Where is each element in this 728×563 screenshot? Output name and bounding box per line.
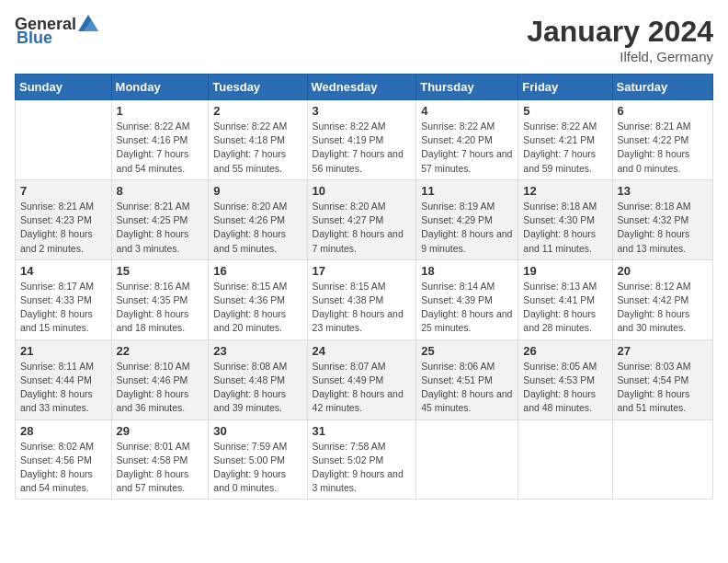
calendar-week-row: 21Sunrise: 8:11 AM Sunset: 4:44 PM Dayli… [16,339,713,419]
month-title: January 2024 [527,15,713,49]
header-day-tuesday: Tuesday [209,75,307,100]
day-number: 30 [213,424,301,438]
calendar-cell: 25Sunrise: 8:06 AM Sunset: 4:51 PM Dayli… [416,339,518,419]
header-day-saturday: Saturday [612,75,712,100]
day-info: Sunrise: 8:02 AM Sunset: 4:56 PM Dayligh… [20,440,107,496]
day-number: 28 [20,424,107,438]
day-info: Sunrise: 8:22 AM Sunset: 4:21 PM Dayligh… [523,120,607,176]
day-number: 31 [313,424,412,438]
calendar-cell: 9Sunrise: 8:20 AM Sunset: 4:26 PM Daylig… [209,179,307,259]
calendar-cell [612,419,712,500]
day-number: 14 [20,264,107,278]
calendar-cell: 11Sunrise: 8:19 AM Sunset: 4:29 PM Dayli… [416,179,518,259]
calendar-cell: 24Sunrise: 8:07 AM Sunset: 4:49 PM Dayli… [307,339,416,419]
calendar-week-row: 1Sunrise: 8:22 AM Sunset: 4:16 PM Daylig… [16,100,713,180]
location-title: Ilfeld, Germany [527,49,713,64]
calendar-cell: 4Sunrise: 8:22 AM Sunset: 4:20 PM Daylig… [416,100,518,180]
day-number: 9 [213,184,301,198]
day-info: Sunrise: 8:16 AM Sunset: 4:35 PM Dayligh… [117,280,204,336]
day-info: Sunrise: 8:14 AM Sunset: 4:39 PM Dayligh… [421,280,513,336]
day-info: Sunrise: 8:12 AM Sunset: 4:42 PM Dayligh… [618,280,708,336]
day-info: Sunrise: 8:21 AM Sunset: 4:22 PM Dayligh… [618,120,708,176]
calendar-cell: 1Sunrise: 8:22 AM Sunset: 4:16 PM Daylig… [111,100,209,180]
day-info: Sunrise: 8:22 AM Sunset: 4:20 PM Dayligh… [421,120,513,176]
logo-icon [78,15,98,31]
day-number: 26 [523,344,607,358]
day-info: Sunrise: 8:01 AM Sunset: 4:58 PM Dayligh… [117,440,204,496]
day-number: 7 [20,184,107,198]
day-number: 3 [313,104,412,118]
calendar-cell: 14Sunrise: 8:17 AM Sunset: 4:33 PM Dayli… [16,259,112,339]
day-number: 11 [421,184,513,198]
calendar-cell: 27Sunrise: 8:03 AM Sunset: 4:54 PM Dayli… [612,339,712,419]
calendar-cell: 6Sunrise: 8:21 AM Sunset: 4:22 PM Daylig… [612,100,712,180]
calendar-week-row: 7Sunrise: 8:21 AM Sunset: 4:23 PM Daylig… [16,179,713,259]
day-number: 29 [117,424,204,438]
day-info: Sunrise: 7:59 AM Sunset: 5:00 PM Dayligh… [213,440,301,496]
header-day-monday: Monday [111,75,209,100]
day-number: 22 [117,344,204,358]
day-info: Sunrise: 8:18 AM Sunset: 4:30 PM Dayligh… [523,200,607,256]
logo: General Blue [15,15,98,48]
day-number: 25 [421,344,513,358]
calendar-cell: 22Sunrise: 8:10 AM Sunset: 4:46 PM Dayli… [111,339,209,419]
calendar-cell: 16Sunrise: 8:15 AM Sunset: 4:36 PM Dayli… [209,259,307,339]
page-header: General Blue January 2024 Ilfeld, German… [15,15,713,64]
day-info: Sunrise: 8:15 AM Sunset: 4:36 PM Dayligh… [213,280,301,336]
calendar-week-row: 14Sunrise: 8:17 AM Sunset: 4:33 PM Dayli… [16,259,713,339]
day-info: Sunrise: 8:22 AM Sunset: 4:19 PM Dayligh… [313,120,412,176]
calendar-cell: 23Sunrise: 8:08 AM Sunset: 4:48 PM Dayli… [209,339,307,419]
day-number: 24 [313,344,412,358]
day-info: Sunrise: 8:19 AM Sunset: 4:29 PM Dayligh… [421,200,513,256]
day-number: 19 [523,264,607,278]
day-info: Sunrise: 8:18 AM Sunset: 4:32 PM Dayligh… [618,200,708,256]
day-info: Sunrise: 8:21 AM Sunset: 4:25 PM Dayligh… [117,200,204,256]
day-number: 27 [618,344,708,358]
day-info: Sunrise: 8:22 AM Sunset: 4:16 PM Dayligh… [117,120,204,176]
header-day-sunday: Sunday [16,75,112,100]
calendar-cell: 30Sunrise: 7:59 AM Sunset: 5:00 PM Dayli… [209,419,307,500]
calendar-cell: 17Sunrise: 8:15 AM Sunset: 4:38 PM Dayli… [307,259,416,339]
day-number: 6 [618,104,708,118]
calendar-cell: 10Sunrise: 8:20 AM Sunset: 4:27 PM Dayli… [307,179,416,259]
logo-blue-text: Blue [17,29,52,48]
calendar-cell [16,100,112,180]
day-number: 8 [117,184,204,198]
calendar-cell: 19Sunrise: 8:13 AM Sunset: 4:41 PM Dayli… [518,259,612,339]
day-info: Sunrise: 8:17 AM Sunset: 4:33 PM Dayligh… [20,280,107,336]
day-info: Sunrise: 8:13 AM Sunset: 4:41 PM Dayligh… [523,280,607,336]
calendar-cell: 21Sunrise: 8:11 AM Sunset: 4:44 PM Dayli… [16,339,112,419]
day-number: 4 [421,104,513,118]
calendar-cell: 20Sunrise: 8:12 AM Sunset: 4:42 PM Dayli… [612,259,712,339]
day-info: Sunrise: 8:15 AM Sunset: 4:38 PM Dayligh… [313,280,412,336]
calendar-table: SundayMondayTuesdayWednesdayThursdayFrid… [15,74,713,500]
calendar-cell: 18Sunrise: 8:14 AM Sunset: 4:39 PM Dayli… [416,259,518,339]
day-info: Sunrise: 8:06 AM Sunset: 4:51 PM Dayligh… [421,360,513,416]
day-number: 21 [20,344,107,358]
calendar-cell: 5Sunrise: 8:22 AM Sunset: 4:21 PM Daylig… [518,100,612,180]
day-info: Sunrise: 8:21 AM Sunset: 4:23 PM Dayligh… [20,200,107,256]
day-info: Sunrise: 8:20 AM Sunset: 4:27 PM Dayligh… [313,200,412,256]
day-number: 13 [618,184,708,198]
day-number: 1 [117,104,204,118]
day-number: 17 [313,264,412,278]
calendar-cell: 15Sunrise: 8:16 AM Sunset: 4:35 PM Dayli… [111,259,209,339]
calendar-cell: 29Sunrise: 8:01 AM Sunset: 4:58 PM Dayli… [111,419,209,500]
day-info: Sunrise: 8:05 AM Sunset: 4:53 PM Dayligh… [523,360,607,416]
day-number: 16 [213,264,301,278]
day-number: 10 [313,184,412,198]
day-number: 5 [523,104,607,118]
day-info: Sunrise: 8:11 AM Sunset: 4:44 PM Dayligh… [20,360,107,416]
calendar-cell: 12Sunrise: 8:18 AM Sunset: 4:30 PM Dayli… [518,179,612,259]
calendar-week-row: 28Sunrise: 8:02 AM Sunset: 4:56 PM Dayli… [16,419,713,500]
title-block: January 2024 Ilfeld, Germany [527,15,713,64]
calendar-cell [518,419,612,500]
day-info: Sunrise: 8:20 AM Sunset: 4:26 PM Dayligh… [213,200,301,256]
day-info: Sunrise: 8:22 AM Sunset: 4:18 PM Dayligh… [213,120,301,176]
day-number: 12 [523,184,607,198]
day-info: Sunrise: 8:07 AM Sunset: 4:49 PM Dayligh… [313,360,412,416]
day-info: Sunrise: 8:03 AM Sunset: 4:54 PM Dayligh… [618,360,708,416]
calendar-cell: 31Sunrise: 7:58 AM Sunset: 5:02 PM Dayli… [307,419,416,500]
calendar-cell: 7Sunrise: 8:21 AM Sunset: 4:23 PM Daylig… [16,179,112,259]
calendar-header-row: SundayMondayTuesdayWednesdayThursdayFrid… [16,75,713,100]
